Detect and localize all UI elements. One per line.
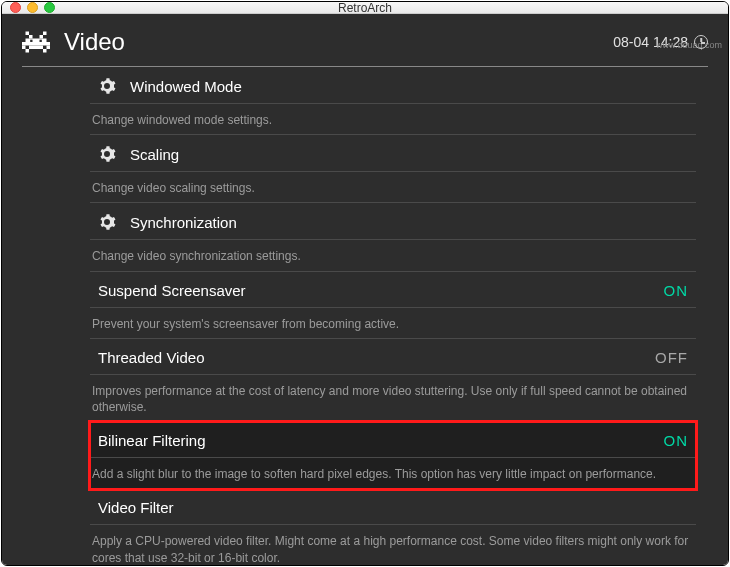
menu-item-description: Change video synchronization settings. [90, 239, 696, 270]
retroarch-logo-icon [22, 31, 50, 53]
svg-rect-6 [22, 46, 26, 50]
gear-icon [98, 213, 116, 231]
macos-titlebar: RetroArch [2, 2, 728, 14]
window-title: RetroArch [2, 1, 728, 15]
menu-item-description: Add a slight blur to the image to soften… [90, 457, 696, 488]
clock-icon [694, 35, 708, 49]
svg-rect-10 [43, 49, 47, 53]
page-title: Video [64, 28, 125, 56]
svg-rect-0 [26, 32, 30, 36]
menu-item-description: Apply a CPU-powered video filter. Might … [90, 524, 696, 566]
menu-item-synchronization[interactable]: SynchronizationChange video synchronizat… [90, 203, 696, 271]
menu-item-description: Prevent your system's screensaver from b… [90, 307, 696, 338]
menu-item-description: Change video scaling settings. [90, 171, 696, 202]
svg-rect-8 [47, 46, 51, 50]
menu-item-label: Threaded Video [98, 349, 204, 366]
svg-rect-7 [29, 46, 43, 50]
menu-item-description: Change windowed mode settings. [90, 103, 696, 134]
svg-rect-2 [29, 35, 33, 39]
menu-item-scaling[interactable]: ScalingChange video scaling settings. [90, 135, 696, 203]
menu-item-windowed-mode[interactable]: Windowed ModeChange windowed mode settin… [90, 67, 696, 135]
menu-item-value: ON [664, 282, 689, 299]
svg-rect-1 [43, 32, 47, 36]
menu-item-description: Improves performance at the cost of late… [90, 374, 696, 421]
menu-item-value: OFF [655, 349, 688, 366]
watermark: www.deuaq.com [656, 40, 722, 50]
svg-rect-9 [26, 49, 30, 53]
menu-item-label: Bilinear Filtering [98, 432, 206, 449]
svg-rect-3 [40, 35, 44, 39]
gear-icon [98, 145, 116, 163]
menu-item-label: Windowed Mode [130, 78, 242, 95]
gear-icon [98, 77, 116, 95]
menu-item-label: Synchronization [130, 214, 237, 231]
menu-item-video-filter[interactable]: Video FilterApply a CPU-powered video fi… [90, 489, 696, 566]
menu-item-threaded-video[interactable]: Threaded VideoOFFImproves performance at… [90, 339, 696, 422]
menu-item-bilinear-filtering[interactable]: Bilinear FilteringONAdd a slight blur to… [90, 422, 696, 489]
svg-rect-5 [22, 42, 50, 46]
svg-rect-12 [40, 40, 42, 42]
svg-rect-11 [30, 40, 32, 42]
menu-item-label: Suspend Screensaver [98, 282, 246, 299]
menu-item-value: ON [664, 432, 689, 449]
menu-item-label: Video Filter [98, 499, 174, 516]
menu-item-suspend-screensaver[interactable]: Suspend ScreensaverONPrevent your system… [90, 272, 696, 339]
svg-rect-4 [26, 39, 47, 43]
menu-item-label: Scaling [130, 146, 179, 163]
